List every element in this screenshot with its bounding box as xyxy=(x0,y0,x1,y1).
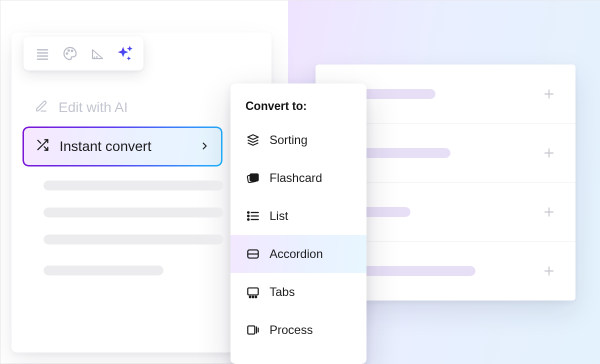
plus-icon[interactable] xyxy=(542,264,556,278)
lines-icon[interactable] xyxy=(32,42,54,64)
sparkle-icon[interactable] xyxy=(114,42,136,64)
svg-point-30 xyxy=(255,296,256,298)
tabs-icon xyxy=(246,284,260,300)
plus-icon[interactable] xyxy=(542,206,556,218)
content-placeholder-line xyxy=(44,266,164,276)
convert-option-flashcard[interactable]: Flashcard xyxy=(230,159,366,197)
svg-rect-27 xyxy=(248,288,258,295)
convert-submenu: Convert to: SortingFlashcardListAccordio… xyxy=(230,84,366,364)
svg-rect-18 xyxy=(250,174,258,181)
svg-point-12 xyxy=(66,53,68,54)
content-placeholder-line xyxy=(44,208,224,218)
convert-option-label: Accordion xyxy=(270,247,323,261)
convert-option-accordion[interactable]: Accordion xyxy=(230,235,366,273)
list-icon xyxy=(246,208,260,224)
svg-point-19 xyxy=(248,212,249,214)
convert-option-list[interactable]: List xyxy=(230,197,366,235)
app-stage: Edit with AI Instant convert Convert to:… xyxy=(0,0,600,364)
convert-option-label: Tabs xyxy=(270,285,295,299)
edit-with-ai-item[interactable]: Edit with AI xyxy=(22,88,222,126)
instant-convert-item[interactable]: Instant convert xyxy=(22,126,222,166)
content-placeholder-line xyxy=(44,180,224,190)
convert-submenu-title: Convert to: xyxy=(230,98,366,121)
svg-point-13 xyxy=(68,50,70,52)
svg-point-14 xyxy=(71,50,72,52)
convert-option-label: Process xyxy=(270,323,313,337)
flashcard-icon xyxy=(246,170,260,186)
plus-icon[interactable] xyxy=(542,146,556,160)
convert-option-label: Sorting xyxy=(270,133,308,147)
edit-icon xyxy=(34,98,48,117)
content-placeholder-line xyxy=(44,234,224,244)
palette-icon[interactable] xyxy=(59,42,81,64)
accordion-icon xyxy=(246,246,260,262)
svg-point-21 xyxy=(248,216,249,217)
svg-point-29 xyxy=(252,296,254,298)
chevron-right-icon xyxy=(200,138,210,154)
process-icon xyxy=(246,322,260,338)
convert-option-sorting[interactable]: Sorting xyxy=(230,121,366,159)
plus-icon[interactable] xyxy=(542,88,556,100)
ruler-icon[interactable] xyxy=(86,42,108,64)
shuffle-icon xyxy=(36,138,50,156)
instant-convert-label: Instant convert xyxy=(60,138,152,154)
svg-point-23 xyxy=(248,219,249,220)
edit-with-ai-label: Edit with AI xyxy=(58,100,128,116)
convert-option-label: List xyxy=(270,209,288,223)
stack-icon xyxy=(246,132,260,148)
svg-rect-31 xyxy=(248,326,255,334)
toolbar xyxy=(24,36,144,70)
convert-option-label: Flashcard xyxy=(270,171,322,185)
convert-option-tabs[interactable]: Tabs xyxy=(230,273,366,311)
convert-option-process[interactable]: Process xyxy=(230,311,366,349)
svg-point-28 xyxy=(250,296,251,298)
